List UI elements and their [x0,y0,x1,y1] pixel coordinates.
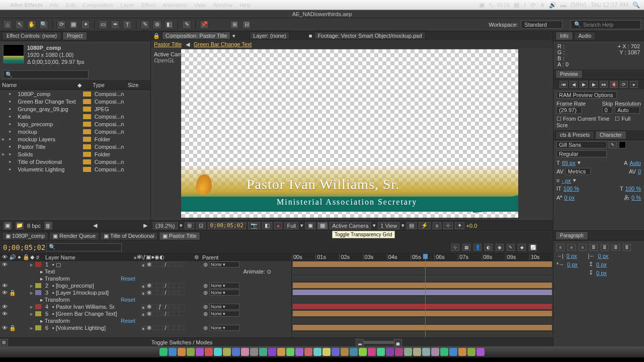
tab-preview[interactable]: Preview [555,70,583,78]
playhead[interactable] [425,254,426,337]
color-icon[interactable]: ● [274,222,283,229]
project-item[interactable]: ▪Grunge_gray_09.jpgJPEG [0,105,150,113]
clone-tool-icon[interactable]: ⊛ [152,20,162,29]
dock-app-icon[interactable] [359,348,367,356]
timeline-tab[interactable]: ▣ Render Queue [49,232,99,240]
dock-app-icon[interactable] [259,348,267,356]
help-search-input[interactable]: 🔍 Search Help [571,20,641,29]
tab-effect-controls[interactable]: Effect Controls: (none) [2,32,61,40]
indent-left-input[interactable]: 0 px [567,253,577,259]
justify-center-icon[interactable]: ≣ [601,244,609,251]
eraser-tool-icon[interactable]: ◧ [165,20,174,29]
dock-app-icon[interactable] [449,348,457,356]
property-track[interactable] [292,268,553,275]
loop-icon[interactable]: ⟳ [620,81,628,88]
layer-property-row[interactable]: ▸ TextAnimate: ⊙ [0,268,291,275]
prev-frame-icon[interactable]: ◀ [570,81,578,88]
dock-app-icon[interactable] [295,348,303,356]
ruler-tick[interactable]: 02s [339,254,363,260]
project-item[interactable]: ▪logo_precompComposi...n [0,120,150,128]
timeline-layer-row[interactable]: 👁▸4▪ Pastor Ivan Williams, Sr.⁎✻ƒ/⊚None … [0,303,291,310]
play-icon[interactable]: ▶ [580,81,588,88]
text-tool-icon[interactable]: T [123,20,132,29]
new-folder-icon[interactable]: 📁 [15,221,24,230]
timeline-icon[interactable]: ≡ [433,222,441,229]
tab-project[interactable]: Project [62,32,87,40]
time-machine-icon[interactable]: ⟳ [531,2,536,9]
timeline-search-input[interactable]: 🔍 [46,243,122,251]
zoom-select[interactable]: (39.2%) [153,222,178,229]
tab-layer[interactable]: Layer: (none) [250,32,289,40]
dock-app-icon[interactable] [350,348,358,356]
indent-first-input[interactable]: 0 px [567,261,578,267]
ruler-tick[interactable]: 10s [529,254,553,260]
world-axis-icon[interactable]: ⊟ [242,20,251,29]
project-item[interactable]: ▪Volumetric LightingComposi...n [0,165,150,173]
workspace-select[interactable]: Standard [521,21,562,29]
scroll-left-icon[interactable]: ◀ [93,222,97,229]
tab-audio[interactable]: Audio [574,32,596,40]
tab-footage[interactable]: Footage: Vector Smart Object/mockup.psd [314,32,425,40]
font-style-select[interactable]: Regular [556,150,607,157]
project-item[interactable]: ▸▪mockup LayersFolder [0,135,150,143]
flowchart-icon[interactable]: ⊹ [443,222,453,229]
zoom-slider[interactable] [364,341,394,344]
tab-composition[interactable]: Composition: Pastor Title [162,32,230,40]
bpc-toggle[interactable]: 8 bpc [27,223,41,229]
volume-icon[interactable]: 🔊 [549,2,556,9]
dock-app-icon[interactable] [205,348,213,356]
dock-app-icon[interactable] [332,348,340,356]
menu-animation[interactable]: Animation [163,2,187,8]
spotlight-icon[interactable]: 🔍 [632,2,640,9]
indent-right-input[interactable]: 0 px [598,253,609,259]
justify-right-icon[interactable]: ≣ [612,244,620,251]
timeline-layer-row[interactable]: 👁▸1▪ ▢⁎✻/⊚None ▾ [0,261,291,268]
dock-app-icon[interactable] [304,348,312,356]
leading-input[interactable]: Auto [629,160,641,166]
font-size-input[interactable]: 89 px [562,160,576,166]
ruler-tick[interactable]: 07s [458,254,481,260]
dock-app-icon[interactable] [232,348,240,356]
timeline-layer-row[interactable]: 👁🔒▸6▪ [Volumetric Lighting]⁎✻/⊚None ▾ [0,324,291,331]
puppet-tool-icon[interactable]: 📌 [200,20,209,29]
align-left-icon[interactable]: ≡ [556,244,565,251]
align-right-icon[interactable]: ≡ [579,244,587,251]
roi-icon[interactable]: ▣ [305,222,315,229]
comp-canvas[interactable]: Pastor Ivan Williams, Sr. Ministerial As… [181,49,518,218]
fill-color-swatch[interactable] [619,141,626,148]
property-track[interactable] [292,275,553,282]
dock-app-icon[interactable] [467,348,475,356]
dock-app-icon[interactable] [196,348,204,356]
hand-tool-icon[interactable]: ✋ [27,20,36,29]
align-center-icon[interactable]: ≡ [568,244,576,251]
hscale-input[interactable]: 100 % [625,186,641,192]
dock-app-icon[interactable] [386,348,394,356]
tab-effects-presets[interactable]: cts & Presets [555,131,594,139]
flow-pastor-title[interactable]: Pastor Title [154,41,182,47]
menu-file[interactable]: File [50,2,59,8]
dock-app-icon[interactable] [476,348,485,356]
zoom-out-icon[interactable]: ▂ [356,339,364,346]
project-item[interactable]: ▪Pastor TitleComposi...n [0,143,150,150]
space-before-input[interactable]: 0 px [596,261,607,267]
dock-app-icon[interactable] [431,348,439,356]
menu-window[interactable]: Window [213,2,232,8]
timeline-tab[interactable]: ▣ Pastor Title [159,232,200,240]
camera-select[interactable]: Active Camera [330,222,371,229]
rotate-tool-icon[interactable]: ⟳ [57,20,66,29]
interpret-footage-icon[interactable]: ▣ [3,221,12,230]
roto-tool-icon[interactable]: ✎ [182,20,191,29]
shy-icon[interactable]: 👤 [473,244,481,251]
mac-dock[interactable] [0,346,644,357]
tab-character[interactable]: Character [595,131,626,139]
fast-preview-icon[interactable]: ⚡ [419,222,431,229]
justify-all-icon[interactable]: ≣ [623,244,631,251]
footage-toggle-icon[interactable]: ■ [309,33,312,39]
menu-effect[interactable]: Effect [141,2,155,8]
resolution-select[interactable]: Full [284,222,298,229]
dock-app-icon[interactable] [241,348,249,356]
dock-app-icon[interactable] [458,348,466,356]
layer-track[interactable] [292,324,553,331]
menulet-icon[interactable]: ▣ [479,2,485,9]
layer-track[interactable] [292,261,553,268]
